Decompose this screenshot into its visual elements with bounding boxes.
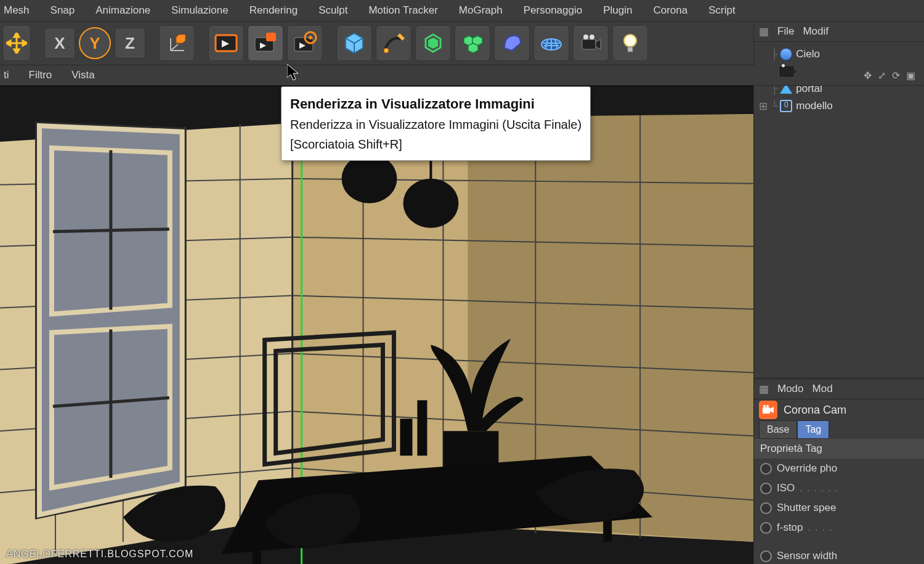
prop-label: Shutter spee: [777, 502, 836, 514]
radio-icon[interactable]: [760, 550, 772, 562]
move-tool-button[interactable]: [2, 25, 31, 61]
svg-marker-89: [287, 64, 298, 80]
prop-override-photo[interactable]: Override pho: [754, 459, 924, 478]
watermark-text: ANGELOFERRETTI.BLOGSPOT.COM: [6, 549, 193, 560]
attr-tabs: Base Tag: [754, 420, 924, 439]
axis-x-button[interactable]: X: [44, 28, 75, 59]
menu-animazione[interactable]: Animazione: [95, 4, 150, 17]
viewport-menu-vista[interactable]: Vista: [71, 69, 95, 81]
axis-toggle-group: X Y Z: [44, 27, 145, 59]
svg-rect-81: [253, 529, 261, 564]
viewport-menu-filtro[interactable]: Filtro: [29, 69, 52, 81]
attr-menu-mod[interactable]: Mod: [813, 383, 833, 395]
menu-mesh[interactable]: Mesh: [4, 4, 30, 17]
obj-menu-file[interactable]: File: [777, 25, 794, 38]
svg-point-22: [384, 48, 389, 53]
tree-item-modello[interactable]: ⊞└ 0 modello: [756, 97, 922, 115]
radio-icon[interactable]: [760, 522, 772, 534]
menu-rendering[interactable]: Rendering: [249, 4, 298, 17]
prop-iso[interactable]: ISO . . . . . .: [754, 478, 924, 498]
svg-rect-34: [582, 39, 596, 49]
menu-motion-tracker[interactable]: Motion Tracker: [368, 4, 437, 17]
svg-marker-35: [596, 39, 601, 49]
panel-grip-icon[interactable]: ▦: [759, 25, 769, 38]
viewport-pan-icon[interactable]: ✥: [864, 70, 872, 81]
tree-connector-icon: ├: [771, 48, 776, 60]
svg-rect-14: [266, 33, 276, 41]
radio-icon[interactable]: [760, 502, 772, 514]
svg-marker-86: [770, 407, 774, 413]
tab-tag[interactable]: Tag: [797, 420, 829, 439]
svg-marker-9: [176, 35, 185, 43]
null-icon: 0: [780, 100, 792, 112]
prop-shutter-speed[interactable]: Shutter spee: [754, 498, 924, 518]
menu-mograph[interactable]: MoGraph: [459, 4, 503, 17]
light-button[interactable]: [612, 25, 648, 61]
sky-icon: [780, 48, 792, 60]
attribute-header: ▦ Modo Mod: [754, 379, 924, 399]
expand-icon[interactable]: ⊞: [759, 100, 768, 113]
viewport-rotate-icon[interactable]: ⟳: [892, 70, 900, 81]
axis-z-button[interactable]: Z: [115, 28, 145, 59]
menu-sculpt[interactable]: Sculpt: [318, 4, 347, 17]
svg-point-18: [309, 36, 312, 39]
attribute-manager: ▦ Modo Mod Corona Cam Base Tag Proprietà…: [754, 378, 924, 564]
viewport-zoom-icon[interactable]: ⤢: [878, 70, 886, 81]
svg-rect-15: [294, 38, 313, 51]
prop-label: f-stop: [777, 521, 803, 534]
tooltip-title: Renderizza in Visualizzatore Immagini: [290, 96, 535, 112]
tree-label: Cielo: [796, 48, 820, 60]
svg-point-78: [403, 179, 458, 228]
prop-fstop[interactable]: f-stop . . . .: [754, 518, 924, 537]
menu-corona[interactable]: Corona: [653, 4, 687, 17]
camera-icon: [780, 67, 793, 76]
primitive-cube-button[interactable]: [336, 25, 372, 61]
svg-line-8: [171, 44, 178, 51]
environment-floor-button[interactable]: [533, 25, 569, 61]
attr-object-title-row: Corona Cam: [754, 399, 924, 420]
tooltip-render-picture-viewer: Renderizza in Visualizzatore Immagini Re…: [281, 86, 591, 161]
tab-base[interactable]: Base: [759, 420, 797, 439]
render-view-button[interactable]: [208, 25, 244, 61]
generator-button[interactable]: [415, 25, 451, 61]
tooltip-shortcut: [Scorciatoia Shift+R]: [290, 137, 402, 151]
spline-pen-button[interactable]: [376, 25, 411, 61]
tooltip-description: Renderizza in Visualizzatore Immagini (U…: [290, 118, 582, 131]
camera-button[interactable]: [573, 25, 609, 61]
svg-point-88: [766, 405, 769, 407]
tree-label: modello: [796, 100, 833, 112]
deformer-button[interactable]: [494, 25, 530, 61]
main-menubar: Mesh Snap Animazione Simulazione Renderi…: [0, 0, 924, 22]
svg-marker-4: [6, 41, 10, 46]
svg-marker-2: [14, 33, 19, 37]
menu-plugin[interactable]: Plugin: [603, 4, 632, 17]
svg-marker-3: [14, 49, 19, 54]
viewport-menu-partial[interactable]: ti: [4, 69, 9, 81]
menu-personaggio[interactable]: Personaggio: [524, 4, 582, 17]
panel-grip-icon[interactable]: ▦: [759, 383, 769, 396]
radio-icon[interactable]: [760, 483, 772, 494]
render-settings-button[interactable]: [287, 25, 323, 61]
viewport[interactable]: Renderizza in Visualizzatore Immagini Re…: [0, 86, 753, 564]
menu-snap[interactable]: Snap: [51, 4, 75, 17]
svg-point-38: [624, 35, 636, 47]
prop-label: Sensor width: [777, 550, 837, 562]
axis-y-button[interactable]: Y: [79, 27, 111, 59]
prop-sensor-width[interactable]: Sensor width: [754, 546, 924, 564]
menu-simulazione[interactable]: Simulazione: [171, 4, 229, 17]
side-panels: ▦ File Modif ├ Cielo ├ Camera ├ portal: [753, 22, 924, 564]
svg-marker-24: [428, 38, 438, 49]
radio-icon[interactable]: [760, 463, 772, 475]
svg-rect-85: [763, 407, 770, 414]
tree-item-cielo[interactable]: ├ Cielo: [756, 46, 922, 63]
render-picture-viewer-button[interactable]: [248, 25, 283, 61]
coordinate-system-button[interactable]: [159, 25, 195, 61]
array-button[interactable]: [455, 25, 490, 61]
obj-menu-modif[interactable]: Modif: [803, 25, 829, 38]
attr-menu-modo[interactable]: Modo: [777, 383, 804, 395]
viewport-layout-icon[interactable]: ▣: [906, 70, 915, 81]
svg-point-37: [590, 35, 594, 39]
menu-script[interactable]: Script: [708, 4, 735, 17]
svg-marker-27: [468, 43, 478, 53]
viewport-nav-icons: ✥ ⤢ ⟳ ▣: [864, 70, 920, 81]
